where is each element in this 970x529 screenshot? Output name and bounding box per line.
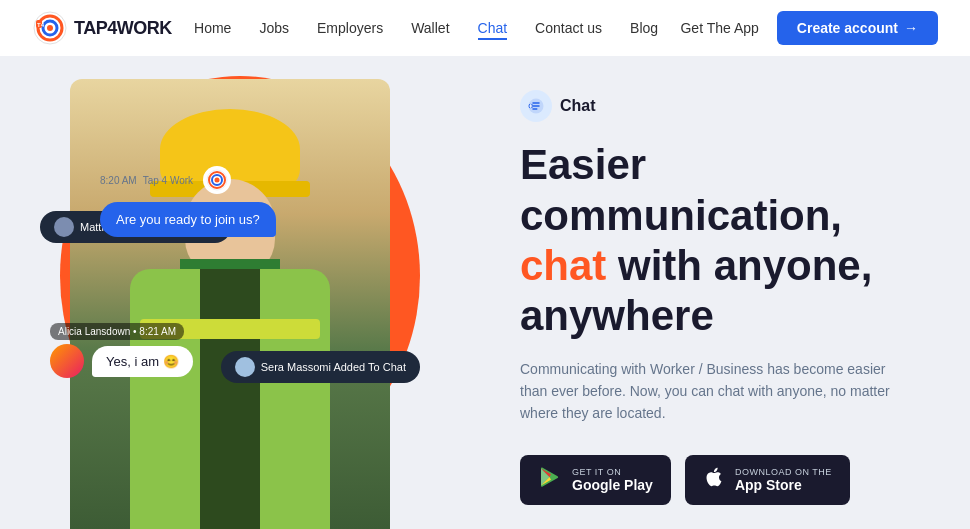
top-chat-bubble-container: 8:20 AM Tap 4 Work Are you ready to join… — [100, 166, 316, 237]
nav-jobs[interactable]: Jobs — [259, 20, 289, 36]
navbar: T4 TAP4WORK Home Jobs Employers Wallet C… — [0, 0, 970, 56]
chat-bubble-message: Are you ready to join us? — [100, 202, 276, 237]
heading-highlight: chat — [520, 242, 606, 289]
nav-home[interactable]: Home — [194, 20, 231, 36]
hero-right: Chat Easier communication, chat with any… — [480, 56, 970, 529]
heading-line2: with anyone, — [618, 242, 872, 289]
logo-icon: T4 — [32, 10, 68, 46]
brand-name: TAP4WORK — [74, 18, 172, 39]
chat-badge-label: Chat — [560, 97, 596, 115]
svg-point-3 — [47, 25, 53, 31]
vest-center — [200, 269, 260, 529]
hero-description: Communicating with Worker / Business has… — [520, 358, 900, 425]
nav-employers[interactable]: Employers — [317, 20, 383, 36]
matthew-avatar — [54, 217, 74, 237]
logo: T4 TAP4WORK — [32, 10, 172, 46]
nav-wallet[interactable]: Wallet — [411, 20, 449, 36]
app-buttons: GET IT ON Google Play Download on the Ap… — [520, 455, 930, 505]
sera-avatar — [235, 357, 255, 377]
heading-line3: anywhere — [520, 292, 714, 339]
tap4work-small-logo — [205, 168, 229, 192]
get-app-link[interactable]: Get The App — [680, 20, 758, 36]
svg-point-9 — [215, 178, 220, 183]
chat-time-header: 8:20 AM Tap 4 Work — [100, 166, 316, 194]
arrow-icon: → — [904, 20, 918, 36]
hero-heading: Easier communication, chat with anyone, … — [520, 140, 930, 342]
chat-icon — [527, 97, 545, 115]
alicia-message-bubble: Yes, i am 😊 — [92, 346, 193, 377]
nav-contact[interactable]: Contact us — [535, 20, 602, 36]
google-play-icon — [538, 465, 562, 495]
app-store-text: Download on the App Store — [735, 467, 832, 493]
nav-chat[interactable]: Chat — [478, 20, 508, 40]
apple-icon — [703, 466, 725, 494]
hero-section: Matthew Visi Added To Chat 8:20 AM Tap 4… — [0, 56, 970, 529]
hero-left: Matthew Visi Added To Chat 8:20 AM Tap 4… — [0, 56, 480, 529]
alicia-header: Alicia Lansdown • 8:21 AM — [50, 323, 184, 340]
google-play-text: GET IT ON Google Play — [572, 467, 653, 493]
nav-blog[interactable]: Blog — [630, 20, 658, 36]
heading-line1: Easier communication, — [520, 141, 842, 238]
chat-badge: Chat — [520, 90, 930, 122]
alicia-avatar — [50, 344, 84, 378]
nav-links: Home Jobs Employers Wallet Chat Contact … — [194, 19, 658, 37]
svg-text:T4: T4 — [37, 22, 45, 28]
nav-right: Get The App Create account → — [680, 11, 938, 45]
sera-notification: Sera Massomi Added To Chat — [221, 351, 420, 383]
google-play-button[interactable]: GET IT ON Google Play — [520, 455, 671, 505]
worker-image — [70, 79, 390, 529]
create-account-button[interactable]: Create account → — [777, 11, 938, 45]
vest-body — [130, 269, 330, 529]
chat-badge-icon — [520, 90, 552, 122]
alicia-chat-container: Alicia Lansdown • 8:21 AM Yes, i am 😊 — [50, 321, 193, 378]
app-store-button[interactable]: Download on the App Store — [685, 455, 850, 505]
